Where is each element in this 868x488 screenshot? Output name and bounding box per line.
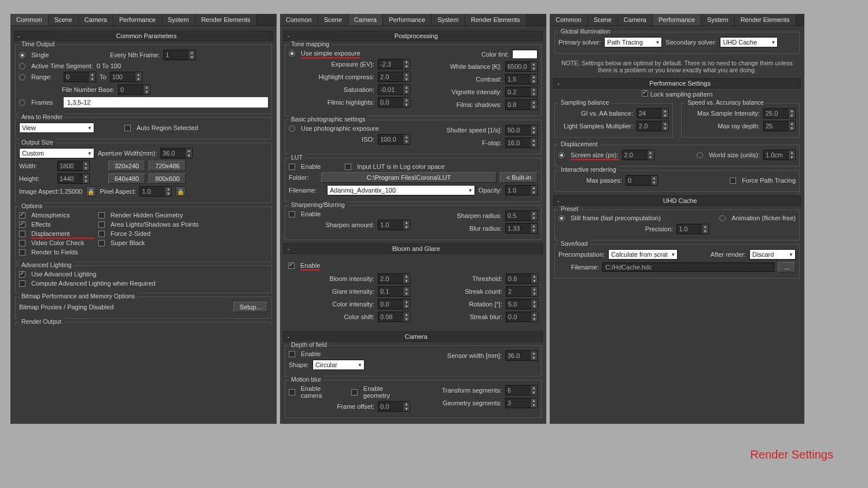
tab-system[interactable]: System [701, 14, 735, 25]
pixel-aspect-spinner[interactable]: ▲▼ [139, 186, 172, 197]
collapse-icon[interactable]: - [288, 333, 293, 340]
lut-opacity-spinner[interactable]: ▲▼ [505, 185, 538, 195]
atmospherics-checkbox[interactable] [19, 212, 25, 219]
secondary-solver-dropdown[interactable]: UHD Cache [720, 37, 778, 47]
tab-camera[interactable]: Camera [79, 14, 113, 25]
radio-photographic-exposure[interactable] [289, 125, 295, 132]
primary-solver-dropdown[interactable]: Path Tracing [604, 37, 662, 47]
streak-count-spinner[interactable]: ▲▼ [506, 286, 538, 297]
radio-active-segment[interactable] [19, 63, 25, 69]
color-tint-swatch[interactable] [512, 50, 538, 59]
glare-intensity-spinner[interactable]: ▲▼ [378, 286, 410, 297]
mb-geometry-checkbox[interactable] [351, 389, 358, 395]
rollup-uhd-cache[interactable]: -UHD Cache [553, 195, 801, 206]
vignette-spinner[interactable]: ▲▼ [505, 87, 538, 97]
highlight-compress-spinner[interactable]: ▲▼ [378, 72, 410, 82]
radio-single[interactable] [19, 52, 25, 58]
tab-render-elements[interactable]: Render Elements [196, 14, 257, 25]
filmic-highlights-spinner[interactable]: ▲▼ [378, 97, 410, 108]
every-nth-spinner[interactable]: ▲▼ [163, 50, 196, 60]
tab-scene[interactable]: Scene [49, 14, 79, 25]
geometry-segments-spinner[interactable]: ▲▼ [505, 398, 538, 408]
tab-camera[interactable]: Camera [618, 14, 653, 25]
bloom-enable-checkbox[interactable] [288, 263, 295, 269]
radio-frames[interactable] [19, 99, 25, 106]
max-passes-spinner[interactable]: ▲▼ [626, 175, 658, 186]
auto-region-checkbox[interactable] [124, 125, 131, 131]
radio-still-frame[interactable] [558, 215, 565, 221]
max-ray-spinner[interactable]: ▲▼ [763, 121, 796, 131]
super-black-checkbox[interactable] [98, 240, 105, 246]
range-to-spinner[interactable]: ▲▼ [110, 72, 142, 82]
threshold-spinner[interactable]: ▲▼ [506, 273, 538, 284]
tab-scene[interactable]: Scene [588, 14, 618, 25]
tab-camera[interactable]: Camera [348, 14, 383, 25]
streak-blur-spinner[interactable]: ▲▼ [506, 312, 538, 322]
force-2sided-checkbox[interactable] [98, 231, 105, 237]
preset-720x486[interactable]: 720x486 [149, 161, 186, 171]
max-sample-spinner[interactable]: ▲▼ [763, 108, 796, 119]
tab-common[interactable]: Common [10, 14, 49, 25]
color-shift-spinner[interactable]: ▲▼ [378, 312, 410, 322]
radio-animation[interactable] [719, 215, 726, 221]
output-preset-dropdown[interactable]: Custom [19, 148, 94, 158]
precision-spinner[interactable]: ▲▼ [676, 224, 709, 234]
tab-system[interactable]: System [432, 14, 465, 25]
lock-aspect-icon[interactable]: 🔒 [86, 186, 96, 197]
collapse-icon[interactable]: - [288, 245, 293, 252]
sensor-width-spinner[interactable]: ▲▼ [505, 350, 538, 361]
filmic-shadows-spinner[interactable]: ▲▼ [505, 99, 538, 110]
screen-size-spinner[interactable]: ▲▼ [622, 150, 654, 160]
rollup-common-parameters[interactable]: - Common Parameters [14, 31, 273, 41]
tab-common[interactable]: Common [550, 14, 588, 25]
tab-system[interactable]: System [162, 14, 196, 25]
lut-enable-checkbox[interactable] [289, 164, 295, 170]
preset-640x480[interactable]: 640x480 [108, 173, 145, 184]
rollup-bloom-glare[interactable]: -Bloom and Glare [284, 243, 543, 254]
lock-sampling-checkbox[interactable] [642, 90, 648, 97]
tab-performance[interactable]: Performance [653, 14, 701, 25]
lut-filename-dropdown[interactable]: Adanmq_Advantix_100 [327, 185, 475, 195]
effects-checkbox[interactable] [19, 221, 25, 228]
render-hidden-checkbox[interactable] [98, 212, 105, 219]
shutter-spinner[interactable]: ▲▼ [505, 125, 538, 135]
file-number-base-spinner[interactable]: ▲▼ [118, 84, 150, 95]
collapse-icon[interactable]: - [557, 80, 563, 87]
frames-input[interactable] [64, 97, 268, 108]
bitmap-setup-button[interactable]: Setup... [233, 302, 268, 312]
tab-scene[interactable]: Scene [318, 14, 348, 25]
rollup-camera[interactable]: -Camera [284, 331, 543, 342]
sharpen-enable-checkbox[interactable] [289, 211, 295, 217]
area-dropdown[interactable]: View [19, 123, 94, 133]
video-color-check-checkbox[interactable] [19, 240, 25, 246]
tab-common[interactable]: Common [280, 14, 318, 25]
dof-shape-dropdown[interactable]: Circular [312, 360, 365, 370]
collapse-icon[interactable]: - [288, 32, 293, 39]
tab-performance[interactable]: Performance [383, 14, 432, 25]
tab-render-elements[interactable]: Render Elements [465, 14, 527, 25]
light-samples-spinner[interactable]: ▲▼ [637, 121, 669, 131]
use-adv-lighting-checkbox[interactable] [19, 271, 25, 278]
exposure-spinner[interactable]: ▲▼ [378, 59, 410, 69]
force-path-tracing-checkbox[interactable] [730, 178, 736, 184]
tab-render-elements[interactable]: Render Elements [735, 14, 796, 25]
after-render-dropdown[interactable]: Discard [749, 249, 796, 260]
radio-range[interactable] [19, 74, 25, 80]
blur-radius-spinner[interactable]: ▲▼ [505, 223, 538, 234]
rollup-performance-settings[interactable]: -Performance Settings [553, 78, 801, 88]
collapse-icon[interactable]: - [557, 197, 563, 204]
transform-segments-spinner[interactable]: ▲▼ [505, 385, 538, 395]
gi-aa-spinner[interactable]: ▲▼ [637, 108, 669, 119]
radio-world-size[interactable] [697, 152, 703, 158]
width-spinner[interactable]: ▲▼ [57, 161, 90, 171]
bloom-intensity-spinner[interactable]: ▲▼ [378, 273, 410, 284]
contrast-spinner[interactable]: ▲▼ [505, 74, 538, 84]
compute-adv-lighting-checkbox[interactable] [19, 280, 25, 287]
frame-offset-spinner[interactable]: ▲▼ [378, 401, 410, 412]
collapse-icon[interactable]: - [18, 32, 24, 39]
color-intensity-spinner[interactable]: ▲▼ [378, 299, 410, 309]
aperture-spinner[interactable]: ▲▼ [160, 148, 193, 158]
browse-button[interactable]: ... [778, 262, 796, 272]
height-spinner[interactable]: ▲▼ [57, 173, 90, 184]
world-size-spinner[interactable]: ▲▼ [763, 150, 796, 160]
